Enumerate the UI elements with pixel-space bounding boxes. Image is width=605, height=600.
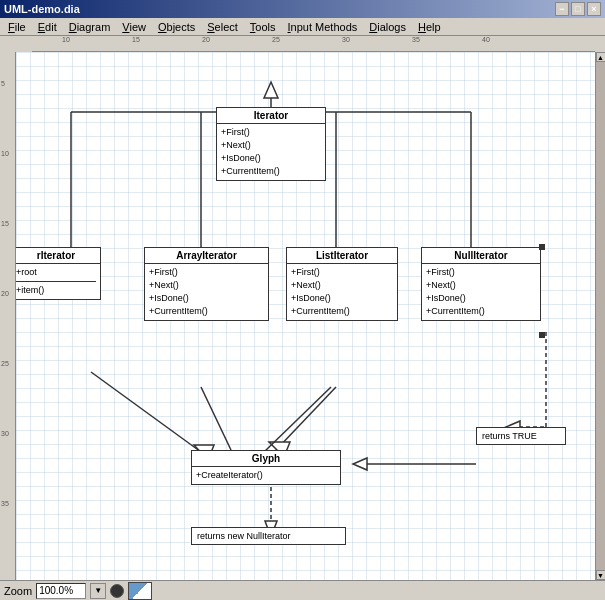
ruler-tick: 30 [342,36,350,43]
titlebar-controls: − □ × [555,2,601,16]
zoom-input[interactable] [36,583,86,599]
ruler-tick: 25 [272,36,280,43]
svg-line-7 [91,372,201,452]
menu-tools[interactable]: Tools [244,20,282,34]
ruler-tick: 20 [202,36,210,43]
glyph-body: +CreateIterator() [192,467,340,484]
color-picker-button[interactable] [128,582,152,600]
maximize-button[interactable]: □ [571,2,585,16]
ruler-tick: 40 [482,36,490,43]
menu-view[interactable]: View [116,20,152,34]
listiterator-body: +First() +Next() +IsDone() +CurrentItem(… [287,264,397,320]
arrayiterator-class: ArrayIterator +First() +Next() +IsDone()… [144,247,269,321]
nulliterator-body: +First() +Next() +IsDone() +CurrentItem(… [422,264,540,320]
arrayiterator-title: ArrayIterator [145,248,268,264]
minimize-button[interactable]: − [555,2,569,16]
left-ruler-panel: 5 10 15 20 25 30 35 [0,52,16,580]
zoom-dropdown-button[interactable]: ▼ [90,583,106,599]
svg-marker-6 [264,82,278,98]
scroll-down-button[interactable]: ▼ [596,570,606,580]
iterator-body: +First() +Next() +IsDone() +CurrentItem(… [217,124,325,180]
menu-dialogs[interactable]: Dialogs [363,20,412,34]
svg-line-19 [264,387,331,452]
glyph-title: Glyph [192,451,340,467]
menu-diagram[interactable]: Diagram [63,20,117,34]
menu-objects[interactable]: Objects [152,20,201,34]
top-ruler: 10 15 20 25 30 35 40 [32,36,595,52]
vertical-scrollbar[interactable]: ▲ ▼ [595,52,605,580]
titlebar-title: UML-demo.dia [4,3,80,15]
returns-true-note: returns TRUE [476,427,566,445]
svg-line-9 [201,387,231,450]
canvas-container: Iterator +First() +Next() +IsDone() +Cur… [16,52,595,580]
vscroll-track[interactable] [596,62,605,570]
snap-dot-button[interactable] [110,584,124,598]
menu-input-methods[interactable]: Input Methods [282,20,364,34]
iterator-title: Iterator [217,108,325,124]
listiterator-class: ListIterator +First() +Next() +IsDone() … [286,247,398,321]
selection-handle [539,244,545,250]
titlebar: UML-demo.dia − □ × [0,0,605,18]
zoom-label: Zoom [4,585,32,597]
iterator-class: Iterator +First() +Next() +IsDone() +Cur… [216,107,326,181]
svg-marker-18 [353,458,367,470]
menu-help[interactable]: Help [412,20,447,34]
ruler-tick: 15 [132,36,140,43]
canvas[interactable]: Iterator +First() +Next() +IsDone() +Cur… [16,52,595,580]
ruler-tick: 10 [62,36,70,43]
nulliterator-title: NullIterator [422,248,540,264]
menubar: File Edit Diagram View Objects Select To… [0,18,605,36]
menu-file[interactable]: File [2,20,32,34]
returns-null-note: returns new NullIterator [191,527,346,545]
menu-select[interactable]: Select [201,20,244,34]
glyph-class: Glyph +CreateIterator() [191,450,341,485]
svg-line-10 [276,387,336,450]
riterator-body: +root +item() [16,264,100,299]
riterator-class: rIterator +root +item() [16,247,101,300]
close-button[interactable]: × [587,2,601,16]
nulliterator-class: NullIterator +First() +Next() +IsDone() … [421,247,541,321]
riterator-title: rIterator [16,248,100,264]
selection-handle [539,332,545,338]
scroll-up-button[interactable]: ▲ [596,52,606,62]
statusbar: Zoom ▼ [0,580,605,600]
arrayiterator-body: +First() +Next() +IsDone() +CurrentItem(… [145,264,268,320]
ruler-tick: 35 [412,36,420,43]
menu-edit[interactable]: Edit [32,20,63,34]
listiterator-title: ListIterator [287,248,397,264]
